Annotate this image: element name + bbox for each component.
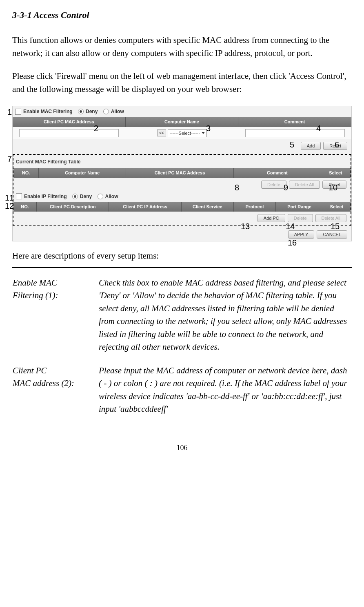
callout-7: 7	[7, 153, 12, 165]
enable-ip-label: Enable IP Filtering	[24, 193, 67, 200]
ip-h-ip: Client PC IP Address	[109, 202, 181, 212]
callout-1: 1	[7, 106, 12, 118]
ip-filter-enable-row: Enable IP Filtering Deny Allow	[13, 191, 351, 202]
section-title: 3-3-1 Access Control	[12, 8, 352, 22]
ip-deny-radio[interactable]	[72, 194, 78, 199]
copy-left-button[interactable]: <<	[157, 129, 166, 136]
desc-text: Please input the MAC address of computer…	[98, 364, 352, 426]
page-number: 106	[12, 442, 352, 453]
chevron-down-icon	[202, 132, 205, 134]
description-row: Client PC MAC address (2): Please input …	[12, 364, 352, 426]
callout-15: 15	[331, 220, 340, 232]
mac-table-title: Current MAC Filtering Table	[13, 156, 351, 168]
ip-table-buttons: Add PC Delete Delete All	[13, 212, 351, 225]
callout-13: 13	[241, 220, 250, 232]
descriptions-intro: Here are descriptions of every setup ite…	[12, 250, 352, 263]
mac-filter-buttons: Add Reset	[13, 139, 351, 152]
mac-table-h-mac: Client PC MAC Address	[126, 168, 234, 178]
apply-cancel-row: APPLY CANCEL	[13, 228, 351, 241]
mac-filter-input-row: << ------Select------	[13, 127, 351, 140]
delete-button[interactable]: Delete	[261, 181, 286, 189]
ip-h-port: Port Range	[276, 202, 323, 212]
mac-table-h-no: NO.	[13, 168, 39, 178]
mac-table-buttons: Delete Delete All Reset	[13, 178, 351, 191]
callout-12: 12	[5, 200, 14, 212]
ip-allow-radio[interactable]	[98, 194, 103, 199]
mac-header-name: Computer Name	[126, 117, 239, 127]
desc-label: Enable MAC Filtering (1):	[12, 276, 98, 364]
dashed-section: Current MAC Filtering Table NO. Computer…	[13, 154, 351, 226]
mac-table-h-select: Select	[321, 168, 351, 178]
mac-filter-header-row: Client PC MAC Address Computer Name Comm…	[13, 117, 351, 127]
mac-table-header-row: NO. Computer Name Client PC MAC Address …	[13, 168, 351, 178]
ip-h-select: Select	[323, 202, 351, 212]
callout-4: 4	[316, 122, 321, 134]
mac-table-h-name: Computer Name	[39, 168, 126, 178]
ip-h-desc: Client PC Description	[37, 202, 109, 212]
comment-input[interactable]	[245, 129, 345, 137]
callout-6: 6	[335, 138, 339, 151]
callout-9: 9	[284, 181, 288, 194]
ip-table-header-row: NO. Client PC Description Client PC IP A…	[13, 202, 351, 212]
ip-h-no: NO.	[13, 202, 37, 212]
mac-header-comment: Comment	[238, 117, 351, 127]
mac-allow-label: Allow	[111, 108, 124, 115]
callout-5: 5	[290, 138, 294, 151]
mac-allow-radio[interactable]	[103, 109, 109, 114]
mac-table-h-comment: Comment	[234, 168, 321, 178]
intro-paragraph-1: This function allows or denies computers…	[12, 34, 352, 60]
intro-paragraph-2: Please click 'Firewall' menu on the left…	[12, 70, 352, 96]
add-pc-button[interactable]: Add PC	[257, 214, 285, 222]
mac-filter-enable-row: Enable MAC Filtering Deny Allow	[13, 106, 351, 117]
desc-label: Client PC MAC address (2):	[12, 364, 98, 426]
callout-8: 8	[235, 181, 239, 194]
mac-header-mac: Client PC MAC Address	[13, 117, 126, 127]
mac-address-input[interactable]	[19, 129, 119, 137]
enable-mac-label: Enable MAC Filtering	[23, 108, 73, 115]
computer-name-select[interactable]: ------Select------	[168, 129, 207, 138]
callout-10: 10	[328, 181, 337, 194]
enable-ip-checkbox[interactable]	[16, 193, 22, 199]
ip-h-protocol: Protocol	[234, 202, 276, 212]
mac-deny-radio[interactable]	[78, 109, 84, 114]
description-row: Enable MAC Filtering (1): Check this box…	[12, 276, 352, 364]
screenshot-container: 1 2 3 4 5 6 7 8 9 10 11 12 13 14 15 16 E…	[12, 106, 352, 241]
callout-16: 16	[288, 237, 297, 249]
callout-14: 14	[286, 220, 295, 232]
ip-h-service: Client Service	[182, 202, 234, 212]
descriptions-table: Enable MAC Filtering (1): Check this box…	[12, 276, 352, 426]
enable-mac-checkbox[interactable]	[15, 109, 21, 115]
desc-text: Check this box to enable MAC address bas…	[98, 276, 352, 364]
select-value: ------Select------	[170, 130, 200, 137]
mac-deny-label: Deny	[86, 108, 98, 115]
delete-all-button[interactable]: Delete All	[289, 181, 320, 189]
ip-allow-label: Allow	[105, 193, 118, 200]
callout-3: 3	[206, 122, 211, 134]
divider	[12, 267, 352, 268]
callout-2: 2	[94, 122, 98, 134]
ip-deny-label: Deny	[80, 193, 92, 200]
add-button[interactable]: Add	[301, 142, 321, 150]
